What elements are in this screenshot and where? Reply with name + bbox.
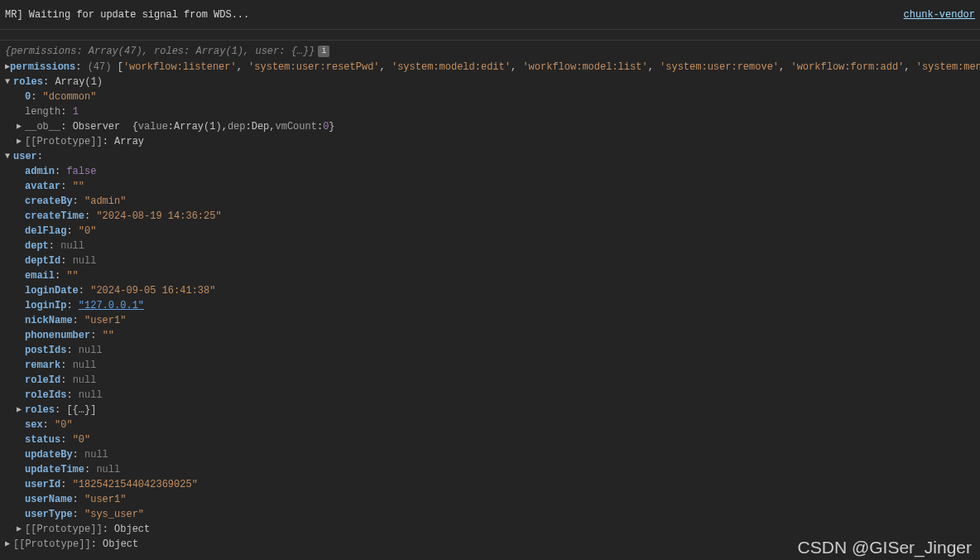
user-prop-createTime[interactable]: createTime: "2024-08-19 14:36:25" bbox=[5, 209, 975, 224]
roles-prototype-row[interactable]: [[Prototype]]: Array bbox=[5, 134, 975, 149]
user-prop-phonenumber[interactable]: phonenumber: "" bbox=[5, 328, 975, 343]
expand-arrow-icon[interactable] bbox=[17, 134, 25, 149]
permissions-items: 'workflow:listener', 'system:user:resetP… bbox=[123, 60, 980, 75]
value-postIds: null bbox=[79, 343, 103, 358]
roles-prototype-value: Array bbox=[114, 134, 144, 149]
user-prop-updateBy[interactable]: updateBy: null bbox=[5, 447, 975, 462]
value-roleIds: null bbox=[79, 388, 103, 403]
value-createBy: "admin" bbox=[84, 194, 126, 209]
object-summary-text: {permissions: Array(47), roles: Array(1)… bbox=[5, 44, 315, 59]
user-prop-nickName[interactable]: nickName: "user1" bbox=[5, 313, 975, 328]
object-summary-line[interactable]: {permissions: Array(47), roles: Array(1)… bbox=[5, 44, 975, 59]
key-sex: sex bbox=[25, 418, 43, 432]
value-phonenumber: "" bbox=[103, 328, 114, 343]
key-roleId: roleId bbox=[25, 373, 60, 388]
value-deptId: null bbox=[73, 253, 97, 268]
console-topbar: MR] Waiting for update signal from WDS..… bbox=[0, 0, 980, 30]
key-phonenumber: phonenumber bbox=[25, 328, 90, 343]
key-permissions: permissions bbox=[10, 60, 75, 75]
user-prop-sex[interactable]: sex: "0" bbox=[5, 418, 975, 432]
key-roles: roles bbox=[25, 403, 55, 418]
value-admin: false bbox=[66, 164, 96, 179]
user-prop-roles[interactable]: roles: [{…}] bbox=[5, 403, 975, 418]
value-loginDate: "2024-09-05 16:41:38" bbox=[90, 283, 215, 298]
roles-row[interactable]: roles: Array(1) bbox=[5, 75, 975, 89]
value-userType: "sys_user" bbox=[84, 507, 144, 522]
user-prop-admin[interactable]: admin: false bbox=[5, 164, 975, 179]
key-user: user bbox=[13, 149, 37, 164]
value-loginIp[interactable]: "127.0.0.1" bbox=[79, 298, 144, 313]
user-prop-roleIds[interactable]: roleIds: null bbox=[5, 388, 975, 403]
user-prop-email[interactable]: email: "" bbox=[5, 268, 975, 283]
value-roles: [{…}] bbox=[66, 403, 96, 418]
key-userId: userId bbox=[25, 477, 60, 492]
user-props-container: admin: falseavatar: ""createBy: "admin"c… bbox=[5, 164, 975, 522]
root-prototype-row[interactable]: [[Prototype]]: Object bbox=[5, 537, 975, 552]
user-prop-userType[interactable]: userType: "sys_user" bbox=[5, 507, 975, 522]
value-sex: "0" bbox=[55, 418, 73, 432]
user-prop-loginIp[interactable]: loginIp: "127.0.0.1" bbox=[5, 298, 975, 313]
roles-ob-row[interactable]: __ob__: Observer {value: Array(1), dep: … bbox=[5, 119, 975, 134]
info-icon[interactable]: i bbox=[318, 46, 329, 57]
collapse-arrow-icon[interactable] bbox=[5, 75, 13, 89]
user-prop-createBy[interactable]: createBy: "admin" bbox=[5, 194, 975, 209]
console-tree: {permissions: Array(47), roles: Array(1)… bbox=[0, 41, 980, 555]
key-postIds: postIds bbox=[25, 343, 66, 358]
key-email: email bbox=[25, 268, 55, 283]
key-avatar: avatar bbox=[25, 179, 60, 194]
value-dept: null bbox=[60, 239, 84, 253]
key-remark: remark bbox=[25, 358, 60, 373]
key-updateBy: updateBy bbox=[25, 447, 73, 462]
user-prop-dept[interactable]: dept: null bbox=[5, 239, 975, 253]
key-nickName: nickName bbox=[25, 313, 73, 328]
user-prop-avatar[interactable]: avatar: "" bbox=[5, 179, 975, 194]
user-prop-status[interactable]: status: "0" bbox=[5, 432, 975, 447]
user-prop-updateTime[interactable]: updateTime: null bbox=[5, 462, 975, 477]
value-remark: null bbox=[73, 358, 97, 373]
roles-item-0[interactable]: 0: "dcommon" bbox=[5, 89, 975, 104]
key-ob: __ob__ bbox=[25, 119, 60, 134]
value-updateBy: null bbox=[84, 447, 108, 462]
key-roles: roles bbox=[13, 75, 43, 89]
roles-item-0-value: "dcommon" bbox=[43, 89, 97, 104]
user-prop-deptId[interactable]: deptId: null bbox=[5, 253, 975, 268]
user-prototype-value: Object bbox=[114, 522, 150, 537]
key-roleIds: roleIds bbox=[25, 388, 66, 403]
value-status: "0" bbox=[73, 432, 91, 447]
permissions-row[interactable]: permissions: (47) [ 'workflow:listener',… bbox=[5, 60, 975, 75]
expand-arrow-icon[interactable] bbox=[5, 537, 13, 552]
value-createTime: "2024-08-19 14:36:25" bbox=[96, 209, 221, 224]
user-prop-postIds[interactable]: postIds: null bbox=[5, 343, 975, 358]
user-prop-userId[interactable]: userId: "1825421544042369025" bbox=[5, 477, 975, 492]
user-prop-loginDate[interactable]: loginDate: "2024-09-05 16:41:38" bbox=[5, 283, 975, 298]
key-prototype: [[Prototype]] bbox=[25, 522, 103, 537]
key-userName: userName bbox=[25, 492, 73, 507]
expand-arrow-icon[interactable] bbox=[17, 119, 25, 134]
value-userName: "user1" bbox=[84, 492, 126, 507]
expand-arrow-icon[interactable] bbox=[17, 403, 25, 418]
key-deptId: deptId bbox=[25, 253, 60, 268]
key-prototype: [[Prototype]] bbox=[13, 537, 91, 552]
user-row[interactable]: user: bbox=[5, 149, 975, 164]
chunk-vendor-link[interactable]: chunk-vendor bbox=[904, 7, 975, 22]
value-updateTime: null bbox=[96, 462, 120, 477]
collapse-arrow-icon[interactable] bbox=[5, 149, 13, 164]
user-prototype-row[interactable]: [[Prototype]]: Object bbox=[5, 522, 975, 537]
value-avatar: "" bbox=[73, 179, 84, 194]
ob-type: Observer bbox=[73, 119, 121, 134]
key-delFlag: delFlag bbox=[25, 224, 66, 239]
value-email: "" bbox=[66, 268, 78, 283]
key-userType: userType bbox=[25, 507, 73, 522]
value-delFlag: "0" bbox=[79, 224, 97, 239]
expand-arrow-icon[interactable] bbox=[17, 522, 25, 537]
key-loginIp: loginIp bbox=[25, 298, 66, 313]
root-prototype-value: Object bbox=[103, 537, 138, 552]
hmr-status-text: MR] Waiting for update signal from WDS..… bbox=[5, 7, 249, 22]
user-prop-remark[interactable]: remark: null bbox=[5, 358, 975, 373]
key-index-0: 0 bbox=[25, 89, 31, 104]
key-dept: dept bbox=[25, 239, 49, 253]
user-prop-roleId[interactable]: roleId: null bbox=[5, 373, 975, 388]
key-admin: admin bbox=[25, 164, 55, 179]
user-prop-userName[interactable]: userName: "user1" bbox=[5, 492, 975, 507]
user-prop-delFlag[interactable]: delFlag: "0" bbox=[5, 224, 975, 239]
